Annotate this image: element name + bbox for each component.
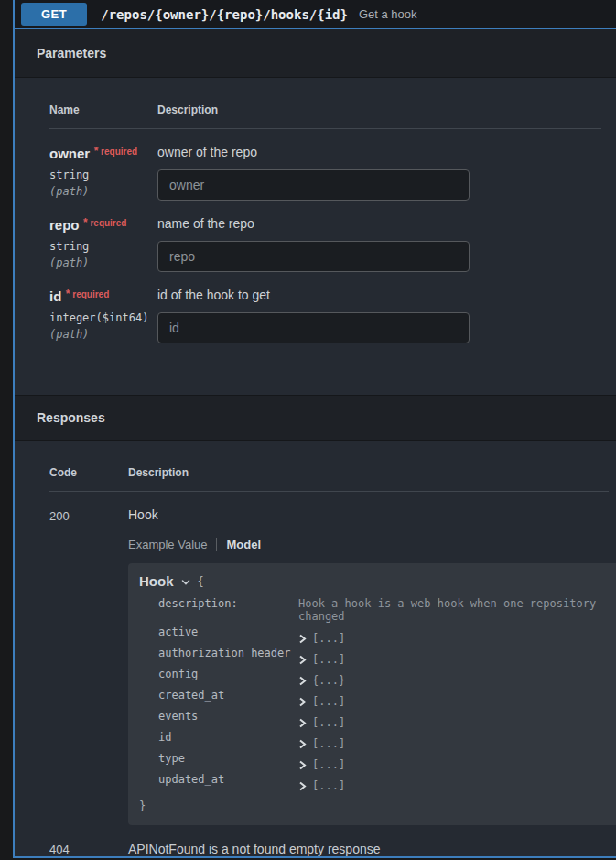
model-property-created-at: created_at [...] bbox=[139, 686, 611, 707]
chevron-right-icon bbox=[298, 634, 307, 644]
description-column-header: Description bbox=[128, 466, 189, 479]
model-title-row: Hook { bbox=[139, 573, 611, 589]
parameter-row-owner: owner * required string (path) owner of … bbox=[49, 145, 601, 201]
responses-table: Code Description 200 Hook Example Value … bbox=[15, 441, 616, 856]
parameter-location: (path) bbox=[49, 185, 157, 198]
repo-parameter-input[interactable] bbox=[157, 241, 470, 272]
response-content-tabs: Example Value Model bbox=[128, 538, 616, 551]
parameters-title: Parameters bbox=[37, 46, 106, 60]
chevron-right-icon bbox=[298, 655, 307, 665]
required-badge: * required bbox=[83, 218, 126, 228]
operation-block: GET /repos/{owner}/{repo}/hooks/{id} Get… bbox=[13, 0, 616, 858]
parameter-row-repo: repo * required string (path) name of th… bbox=[49, 216, 601, 272]
responses-table-header: Code Description bbox=[49, 466, 609, 492]
parameter-name: id bbox=[49, 288, 61, 304]
expand-toggle[interactable]: [...] bbox=[298, 653, 345, 666]
code-column-header: Code bbox=[49, 466, 128, 479]
close-brace: } bbox=[139, 800, 611, 812]
model-name: Hook bbox=[139, 573, 174, 589]
parameter-type: string bbox=[49, 169, 157, 181]
parameter-type: string bbox=[49, 240, 157, 253]
model-property-config: config {...} bbox=[139, 665, 611, 686]
response-row-404: 404 APINotFound is a not found empty res… bbox=[49, 841, 609, 856]
chevron-right-icon bbox=[298, 697, 307, 707]
owner-parameter-input[interactable] bbox=[157, 169, 470, 201]
model-property-updated-at: updated_at [...] bbox=[139, 770, 611, 791]
parameter-type: integer($int64) bbox=[49, 311, 157, 324]
parameter-description: owner of the repo bbox=[157, 145, 470, 159]
open-brace: { bbox=[198, 575, 204, 588]
parameter-name: owner bbox=[49, 146, 90, 161]
endpoint-description: Get a hook bbox=[359, 7, 417, 21]
tab-example-value[interactable]: Example Value bbox=[128, 538, 207, 551]
model-property-description: description: Hook a hook is a web hook w… bbox=[139, 594, 611, 623]
response-code: 404 bbox=[49, 841, 128, 856]
chevron-right-icon bbox=[298, 739, 307, 749]
expand-toggle[interactable]: {...} bbox=[298, 674, 345, 687]
chevron-right-icon bbox=[298, 718, 307, 728]
name-column-header: Name bbox=[49, 103, 157, 116]
model-property-id: id [...] bbox=[139, 728, 611, 749]
chevron-right-icon bbox=[298, 676, 307, 686]
responses-section-header: Responses bbox=[15, 395, 616, 441]
parameter-description: id of the hook to get bbox=[157, 288, 470, 302]
responses-title: Responses bbox=[37, 410, 105, 425]
parameter-location: (path) bbox=[49, 256, 157, 269]
expand-toggle[interactable]: [...] bbox=[298, 779, 345, 792]
response-row-200: 200 Hook Example Value Model Hook { bbox=[49, 507, 609, 825]
parameter-location: (path) bbox=[49, 328, 157, 341]
expand-toggle[interactable]: [...] bbox=[298, 632, 345, 645]
model-property-active: active [...] bbox=[139, 623, 611, 644]
response-description: APINotFound is a not found empty respons… bbox=[128, 841, 381, 856]
response-description: Hook bbox=[128, 507, 616, 522]
model-schema-box: Hook { description: Hook a hook is a web… bbox=[128, 563, 616, 825]
expand-toggle[interactable]: [...] bbox=[298, 737, 345, 750]
expand-toggle[interactable]: [...] bbox=[298, 716, 345, 729]
expand-toggle[interactable]: [...] bbox=[298, 758, 345, 771]
model-property-type: type [...] bbox=[139, 749, 611, 770]
chevron-right-icon bbox=[298, 781, 307, 791]
model-property-authorization-header: authorization_header [...] bbox=[139, 644, 611, 665]
method-badge[interactable]: GET bbox=[21, 3, 87, 26]
endpoint-path[interactable]: /repos/{owner}/{repo}/hooks/{id} bbox=[101, 7, 348, 22]
tab-model[interactable]: Model bbox=[226, 538, 261, 551]
required-badge: * required bbox=[66, 289, 109, 299]
chevron-down-icon[interactable] bbox=[180, 577, 191, 588]
endpoint-summary-bar[interactable]: GET /repos/{owner}/{repo}/hooks/{id} Get… bbox=[15, 0, 616, 29]
parameters-section-header: Parameters bbox=[15, 29, 616, 78]
model-property-events: events [...] bbox=[139, 707, 611, 728]
chevron-right-icon bbox=[298, 760, 307, 770]
parameters-table: Name Description owner * required string… bbox=[15, 78, 616, 395]
parameter-row-id: id * required integer($int64) (path) id … bbox=[49, 288, 601, 343]
id-parameter-input[interactable] bbox=[157, 312, 470, 343]
expand-toggle[interactable]: [...] bbox=[298, 695, 345, 708]
parameters-table-header: Name Description bbox=[49, 103, 601, 129]
tab-divider bbox=[216, 538, 217, 551]
description-column-header: Description bbox=[157, 103, 218, 116]
response-code: 200 bbox=[49, 507, 128, 825]
parameter-name: repo bbox=[49, 217, 80, 233]
required-badge: * required bbox=[94, 147, 137, 157]
parameter-description: name of the repo bbox=[157, 216, 470, 231]
